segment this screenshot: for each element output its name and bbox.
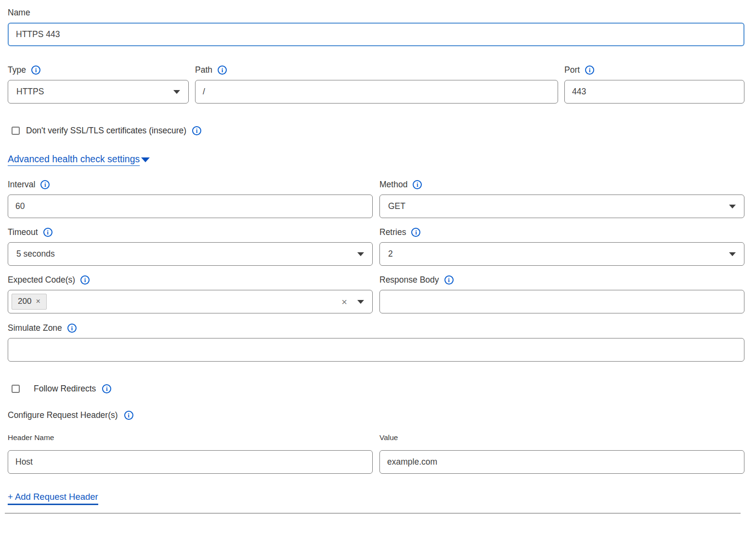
interval-label: Interval [8, 180, 35, 190]
simulate-zone-field: Simulate Zone i [8, 323, 744, 362]
advanced-settings-row: Advanced health check settings [8, 154, 744, 165]
info-icon[interactable]: i [67, 324, 77, 333]
add-request-header-link[interactable]: + Add Request Header [8, 492, 98, 505]
header-name-column-label: Header Name [8, 433, 373, 442]
section-divider [5, 513, 741, 514]
response-body-field: Response Body i [379, 275, 744, 313]
verify-ssl-checkbox[interactable] [12, 127, 20, 135]
timeout-label: Timeout [8, 227, 38, 237]
port-input[interactable] [564, 80, 744, 104]
configure-headers-label: Configure Request Header(s) [8, 410, 118, 420]
chevron-down-icon [729, 205, 736, 208]
retries-label: Retries [379, 227, 406, 237]
info-icon[interactable]: i [411, 228, 420, 237]
info-icon[interactable]: i [102, 384, 111, 393]
port-field: Port i [564, 65, 744, 104]
type-label: Type [8, 65, 26, 75]
caret-down-icon [141, 157, 150, 162]
follow-redirects-row: Follow Redirects i [8, 384, 744, 394]
verify-ssl-label: Don't verify SSL/TLS certificates (insec… [26, 126, 186, 136]
simulate-zone-label: Simulate Zone [8, 323, 62, 333]
configure-headers-row: Configure Request Header(s) i [8, 410, 744, 420]
follow-redirects-checkbox[interactable] [12, 385, 20, 393]
remove-tag-icon[interactable]: × [36, 298, 40, 305]
expected-codes-label: Expected Code(s) [8, 275, 75, 285]
path-label: Path [195, 65, 212, 75]
chevron-down-icon [357, 300, 364, 304]
chevron-down-icon [173, 90, 180, 94]
info-icon[interactable]: i [413, 180, 422, 189]
codes-body-row: Expected Code(s) i 200 × × Response Body… [8, 275, 744, 313]
expected-codes-multiselect[interactable]: 200 × × [8, 290, 373, 313]
interval-method-row: Interval i Method i GET [8, 180, 744, 218]
chevron-down-icon [357, 252, 364, 256]
clear-all-icon[interactable]: × [341, 297, 347, 307]
verify-ssl-row: Don't verify SSL/TLS certificates (insec… [8, 126, 744, 136]
info-icon[interactable]: i [31, 65, 40, 75]
follow-redirects-label: Follow Redirects [34, 384, 96, 394]
header-value-input[interactable] [379, 450, 744, 474]
response-body-label: Response Body [379, 275, 439, 285]
code-tag-value: 200 [18, 297, 31, 306]
info-icon[interactable]: i [444, 275, 454, 285]
header-value-field: Value [379, 433, 744, 474]
port-label: Port [564, 65, 580, 75]
path-field: Path i [195, 65, 558, 104]
timeout-selected-value: 5 seconds [16, 249, 55, 259]
timeout-field: Timeout i 5 seconds [8, 227, 373, 266]
info-icon[interactable]: i [40, 180, 50, 189]
retries-field: Retries i 2 [379, 227, 744, 266]
info-icon[interactable]: i [43, 228, 52, 237]
header-value-column-label: Value [379, 433, 744, 442]
method-select[interactable]: GET [379, 195, 744, 218]
type-select[interactable]: HTTPS [8, 80, 189, 104]
simulate-zone-input[interactable] [8, 338, 744, 362]
code-tag: 200 × [12, 294, 47, 310]
retries-select[interactable]: 2 [379, 242, 744, 266]
header-name-field: Header Name [8, 433, 373, 474]
retries-selected-value: 2 [388, 249, 393, 259]
path-input[interactable] [195, 80, 558, 104]
info-icon[interactable]: i [585, 65, 594, 75]
method-field: Method i GET [379, 180, 744, 218]
interval-input[interactable] [8, 195, 373, 218]
expected-codes-field: Expected Code(s) i 200 × × [8, 275, 373, 313]
name-field: Name [8, 8, 744, 46]
info-icon[interactable]: i [218, 65, 227, 75]
advanced-settings-link[interactable]: Advanced health check settings [8, 154, 140, 165]
response-body-input[interactable] [379, 290, 744, 313]
request-header-row: Header Name Value [8, 433, 744, 474]
method-selected-value: GET [388, 201, 405, 211]
info-icon[interactable]: i [124, 411, 133, 420]
health-check-form: Name Type i HTTPS Path i Port [0, 0, 756, 514]
info-icon[interactable]: i [80, 275, 90, 285]
timeout-retries-row: Timeout i 5 seconds Retries i 2 [8, 227, 744, 266]
name-input[interactable] [8, 23, 744, 46]
type-path-port-row: Type i HTTPS Path i Port i [8, 65, 744, 104]
method-label: Method [379, 180, 407, 190]
info-icon[interactable]: i [192, 126, 201, 135]
type-field: Type i HTTPS [8, 65, 189, 104]
header-name-input[interactable] [8, 450, 373, 474]
chevron-down-icon [729, 252, 736, 256]
type-selected-value: HTTPS [16, 87, 44, 97]
interval-field: Interval i [8, 180, 373, 218]
add-request-header-row: + Add Request Header [8, 492, 744, 505]
name-label: Name [8, 8, 30, 18]
timeout-select[interactable]: 5 seconds [8, 242, 373, 266]
